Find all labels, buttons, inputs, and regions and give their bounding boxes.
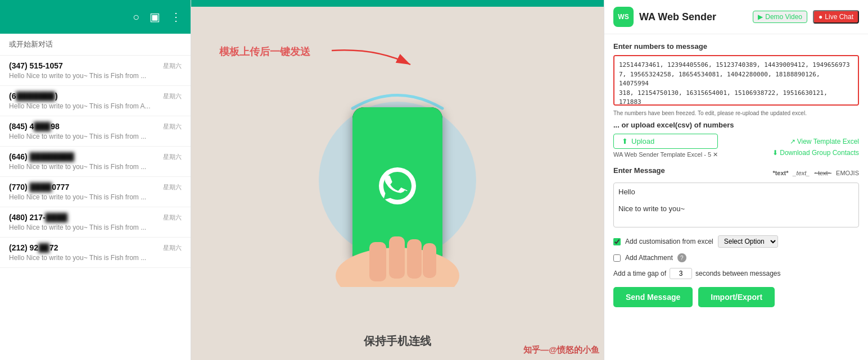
- chat-preview: Hello Nice to write to you~ This is Fish…: [9, 133, 182, 140]
- message-header-row: Enter Message *text* _text_ ~text~ EMOJI…: [613, 166, 859, 179]
- customisation-label: Add customisation from excel: [625, 238, 713, 245]
- watermark: 知乎—@愤怒的小鱼: [523, 345, 599, 356]
- chat-item-header: (347) 515-1057 星期六: [9, 61, 182, 70]
- time-gap-input[interactable]: [670, 268, 692, 279]
- chat-name: (480) 217-████: [9, 213, 67, 222]
- chat-preview: Hello Nice to write to you~ This is Fish…: [9, 224, 182, 231]
- svg-rect-3: [369, 242, 386, 281]
- chat-item-header: (480) 217-████ 星期六: [9, 213, 182, 222]
- upload-section-label: ... or upload excel(csv) of numbers: [613, 121, 859, 129]
- chat-preview: Hello Nice to write to you~ This is Fish…: [9, 72, 182, 80]
- chat-name: (6███████): [9, 92, 58, 101]
- import-export-button[interactable]: Import/Export: [698, 287, 775, 307]
- attachment-checkbox[interactable]: [613, 254, 621, 262]
- chat-name: (770) ████0777: [9, 183, 69, 192]
- chat-name: (347) 515-1057: [9, 61, 63, 70]
- new-chat-label: 或开始新对话: [0, 34, 191, 56]
- message-textarea[interactable]: Hello Nice to write to you~: [613, 183, 859, 227]
- panel-title: WA Web Sender: [639, 11, 747, 23]
- hand-icon: [330, 220, 465, 287]
- customisation-select[interactable]: Select Option: [718, 235, 778, 248]
- help-icon: ?: [677, 253, 686, 262]
- panel-body: Enter numbers to message 12514473461, 12…: [604, 34, 868, 360]
- upload-button[interactable]: ⬆ Upload: [613, 134, 718, 149]
- chat-item-5[interactable]: (770) ████0777 星期六 Hello Nice to write t…: [0, 177, 191, 207]
- phone-illustration: [313, 74, 482, 287]
- whatsapp-sidebar: ○ ▣ ⋮ 或开始新对话 (347) 515-1057 星期六 Hello Ni…: [0, 0, 191, 360]
- upload-label: Upload: [631, 137, 654, 145]
- panel-header: WS WA Web Sender ▶ Demo Video ● Live Cha…: [604, 0, 868, 34]
- chat-icon[interactable]: ▣: [150, 10, 160, 24]
- live-chat-button[interactable]: ● Live Chat: [813, 10, 859, 24]
- format-bold: *text*: [772, 170, 788, 176]
- numbers-section-label: Enter numbers to message: [613, 42, 859, 51]
- chat-item-header: (770) ████0777 星期六: [9, 183, 182, 192]
- top-green-bar: [191, 0, 604, 7]
- demo-video-button[interactable]: ▶ Demo Video: [753, 11, 807, 23]
- format-strike: ~text~: [814, 170, 831, 176]
- chat-item-6[interactable]: (480) 217-████ 星期六 Hello Nice to write t…: [0, 207, 191, 238]
- chat-name: (212) 92██72: [9, 243, 58, 252]
- dot-icon: ●: [819, 13, 822, 21]
- chat-name: (845) 4███98: [9, 122, 60, 131]
- send-message-button[interactable]: Send Message: [613, 287, 693, 307]
- external-link-icon: ↗: [790, 138, 795, 145]
- chat-time: 星期六: [163, 92, 182, 101]
- message-section: Enter Message *text* _text_ ~text~ EMOJI…: [613, 166, 859, 230]
- center-area: 模板上传后一键发送: [191, 0, 604, 360]
- menu-icon[interactable]: ⋮: [170, 10, 182, 24]
- chat-preview: Hello Nice to write to you~ This is Fish…: [9, 163, 182, 171]
- chat-preview: Hello Nice to write to you~ This is Fish…: [9, 254, 182, 262]
- chat-time: 星期六: [163, 122, 182, 131]
- chat-time: 星期六: [163, 244, 182, 252]
- time-gap-label-after: seconds between messages: [695, 270, 780, 277]
- annotation-text: 模板上传后一键发送: [219, 45, 310, 58]
- chat-item-1[interactable]: (347) 515-1057 星期六 Hello Nice to write t…: [0, 56, 191, 86]
- view-template-link[interactable]: ↗ View Template Excel: [790, 138, 859, 145]
- wa-header: ○ ▣ ⋮: [0, 0, 191, 34]
- format-options: *text* _text_ ~text~ EMOJIS: [772, 170, 859, 176]
- action-row: Send Message Import/Export: [613, 287, 859, 307]
- attachment-label: Add Attachment: [625, 254, 673, 262]
- right-links: ↗ View Template Excel ⬇ Download Group C…: [772, 138, 859, 157]
- format-emoji[interactable]: EMOJIS: [836, 170, 859, 176]
- download-group-label: Download Group Contacts: [780, 149, 859, 157]
- chat-list: (347) 515-1057 星期六 Hello Nice to write t…: [0, 56, 191, 360]
- chat-item-7[interactable]: (212) 92██72 星期六 Hello Nice to write to …: [0, 238, 191, 268]
- bottom-text: 保持手机连线: [364, 334, 431, 349]
- wa-web-sender-panel: WS WA Web Sender ▶ Demo Video ● Live Cha…: [604, 0, 868, 360]
- customisation-row: Add customisation from excel Select Opti…: [613, 235, 859, 248]
- attachment-row: Add Attachment ?: [613, 253, 859, 262]
- chat-item-4[interactable]: (646) ████████ 星期六 Hello Nice to write t…: [0, 147, 191, 177]
- template-filename: WA Web Sender Template Excel - 5 ✕: [613, 151, 718, 158]
- chat-time: 星期六: [163, 153, 182, 161]
- arrow-icon: [320, 42, 422, 76]
- svg-rect-4: [389, 236, 405, 279]
- chat-item-header: (212) 92██72 星期六: [9, 243, 182, 252]
- play-icon: ▶: [758, 13, 763, 21]
- chat-time: 星期六: [163, 213, 182, 222]
- time-gap-row: Add a time gap of seconds between messag…: [613, 268, 859, 279]
- chat-preview: Hello Nice to write to you~ This is Fish…: [9, 193, 182, 201]
- download-icon: ⬇: [772, 149, 778, 157]
- chat-item-2[interactable]: (6███████) 星期六 Hello Nice to write to yo…: [0, 86, 191, 116]
- status-icon[interactable]: ○: [133, 11, 139, 24]
- upload-icon: ⬆: [622, 137, 628, 145]
- chat-time: 星期六: [163, 62, 182, 70]
- numbers-textarea[interactable]: 12514473461, 12394405506, 15123740389, 1…: [613, 55, 859, 106]
- chat-item-header: (845) 4███98 星期六: [9, 122, 182, 131]
- svg-rect-5: [407, 239, 422, 279]
- download-group-link[interactable]: ⬇ Download Group Contacts: [772, 149, 859, 157]
- format-italic: _text_: [793, 170, 810, 176]
- freeze-notice: The numbers have been freezed. To edit, …: [613, 110, 859, 116]
- customisation-checkbox[interactable]: [613, 238, 621, 245]
- ws-logo: WS: [613, 7, 634, 27]
- upload-left: ⬆ Upload WA Web Sender Template Excel - …: [613, 134, 718, 161]
- chat-time: 星期六: [163, 183, 182, 192]
- view-template-label: View Template Excel: [797, 138, 859, 145]
- chat-item-3[interactable]: (845) 4███98 星期六 Hello Nice to write to …: [0, 116, 191, 147]
- demo-video-label: Demo Video: [765, 13, 802, 21]
- chat-item-header: (6███████) 星期六: [9, 92, 182, 101]
- chat-preview: Hello Nice to write to you~ This is Fish…: [9, 102, 182, 110]
- message-section-label: Enter Message: [613, 166, 665, 175]
